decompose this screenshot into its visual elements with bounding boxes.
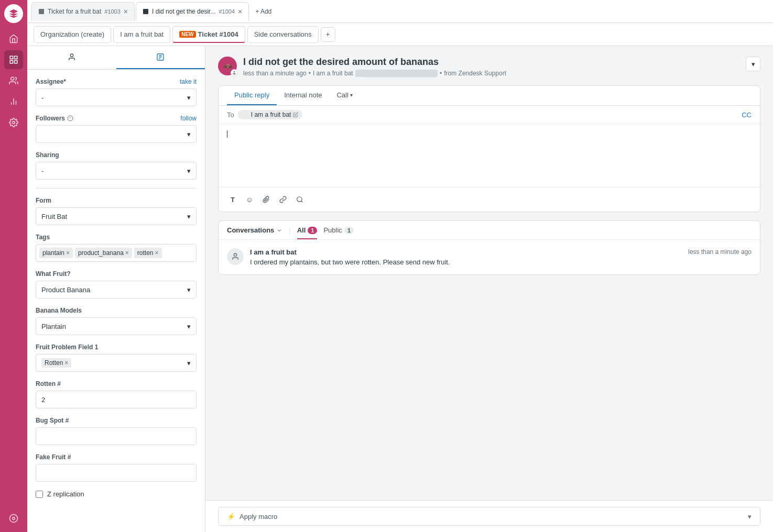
sub-tab-ticket-label: Ticket #1004 (198, 30, 238, 38)
ticket-expand-button[interactable]: ▾ (746, 57, 760, 71)
to-label: To (227, 111, 234, 119)
ticket-meta: less than a minute ago • I am a fruit ba… (243, 70, 739, 77)
tab-1003-title: Ticket for a fruit bat (48, 8, 101, 15)
sidebar: Assignee* take it - ▾ Followers (27, 46, 205, 532)
tab-internal-note[interactable]: Internal note (277, 86, 329, 105)
left-navigation (0, 0, 27, 532)
conv-tab-all[interactable]: All 1 (297, 226, 318, 239)
svg-line-23 (301, 201, 303, 203)
tab-1003[interactable]: Ticket for a fruit bat #1003 × (31, 2, 135, 21)
banana-models-label: Banana Models (36, 307, 197, 314)
search-icon (296, 196, 303, 203)
tab-1004[interactable]: I did not get the desir... #1004 × (136, 2, 249, 21)
conv-tab-public[interactable]: Public 1 (323, 226, 354, 234)
fruit-problem-select[interactable]: Rotten × ▾ (36, 354, 197, 372)
sub-tab-fruit-bat[interactable]: I am a fruit bat (113, 26, 170, 43)
tags-container[interactable]: plantain × product_banana × rotten × (36, 244, 197, 262)
banana-models-select[interactable]: Plantain ▾ (36, 317, 197, 335)
fruit-problem-tag-remove[interactable]: × (64, 359, 68, 367)
ticket-header: 🦇 I did not get the desired amount of ba… (218, 57, 760, 77)
fruit-problem-chevron: ▾ (187, 359, 191, 367)
fruit-problem-field: Fruit Problem Field 1 Rotten × ▾ (36, 343, 197, 372)
conv-avatar (227, 248, 244, 265)
apply-macro-button[interactable]: ⚡ Apply macro ▾ (218, 507, 760, 526)
fake-fruit-input[interactable] (36, 464, 197, 482)
follow-link[interactable]: follow (180, 115, 197, 122)
format-button[interactable]: T (225, 192, 241, 207)
reply-body[interactable] (219, 124, 760, 187)
bug-spot-field: Bug Spot # (36, 417, 197, 445)
search-button[interactable] (292, 192, 308, 207)
tags-label: Tags (36, 234, 197, 241)
conv-sender: I am a fruit bat (250, 248, 297, 256)
svg-point-4 (11, 77, 14, 80)
new-badge: NEW (179, 31, 195, 38)
tab-call[interactable]: Call ▾ (329, 86, 360, 105)
what-fruit-select[interactable]: Product Banana ▾ (36, 281, 197, 298)
link-button[interactable] (275, 192, 291, 207)
bug-spot-input[interactable] (36, 427, 197, 445)
assignee-field: Assignee* take it - ▾ (36, 78, 197, 106)
svg-rect-2 (10, 61, 13, 63)
fruit-problem-tag: Rotten × (41, 358, 71, 368)
tab-public-reply[interactable]: Public reply (227, 86, 277, 105)
views-icon[interactable] (4, 50, 23, 69)
sub-tab-org[interactable]: Organization (create) (34, 26, 111, 43)
tag-rotten: rotten × (134, 248, 162, 258)
sidebar-user-tab[interactable] (27, 46, 116, 69)
ticket-time: less than a minute ago (243, 70, 307, 77)
conv-public-badge: 1 (344, 227, 354, 234)
take-it-link[interactable]: take it (180, 78, 197, 85)
ticket-email: ba████████████████ (355, 70, 438, 77)
recipient-badge: I am a fruit bat (237, 110, 303, 119)
followers-select[interactable]: ▾ (36, 125, 197, 143)
tab-add[interactable]: + Add (250, 2, 277, 21)
tag-product-banana: product_banana × (75, 248, 132, 258)
reply-card: Public reply Internal note Call ▾ To (218, 85, 760, 212)
reporting-icon[interactable] (4, 92, 23, 111)
sub-tab-ticket-1004[interactable]: NEW Ticket #1004 (172, 26, 245, 43)
svg-rect-1 (15, 56, 17, 59)
conversations-dropdown[interactable]: Conversations (227, 226, 282, 234)
tab-1004-close[interactable]: × (238, 8, 242, 15)
rotten-hash-input[interactable] (36, 391, 197, 408)
recipient-name: I am a fruit bat (251, 111, 291, 118)
sharing-field: Sharing - ▾ (36, 151, 197, 180)
sub-tab-side-conversations[interactable]: Side conversations (247, 26, 319, 43)
z-replication-checkbox[interactable] (36, 491, 43, 498)
form-label: Form (36, 197, 197, 204)
ticket-via: I am a fruit bat (313, 70, 353, 77)
tab-1003-close[interactable]: × (124, 8, 128, 15)
sharing-select[interactable]: - ▾ (36, 162, 197, 180)
conversation-message: I am a fruit bat less than a minute ago … (219, 240, 760, 274)
conversations-chevron (276, 227, 282, 234)
sub-tab-bar: Organization (create) I am a fruit bat N… (27, 23, 773, 46)
attach-button[interactable] (258, 192, 274, 207)
edit-recipient-icon[interactable] (293, 112, 298, 117)
attach-icon (263, 196, 270, 203)
conv-all-label: All (297, 226, 306, 234)
settings-icon[interactable] (4, 113, 23, 132)
form-select[interactable]: Fruit Bat ▾ (36, 207, 197, 225)
reply-toolbar: T ☺ (219, 187, 760, 212)
sidebar-info-tab[interactable] (116, 46, 205, 69)
tag-rotten-remove[interactable]: × (155, 249, 159, 257)
macro-chevron: ▾ (748, 513, 752, 520)
rotten-hash-field: Rotten # (36, 380, 197, 408)
banana-models-chevron: ▾ (187, 323, 191, 330)
tag-product-banana-remove[interactable]: × (125, 249, 129, 257)
apps-icon[interactable] (4, 509, 23, 528)
form-chevron: ▾ (187, 213, 191, 220)
reply-to-row: To I am a fruit bat CC (219, 106, 760, 124)
app-logo[interactable] (4, 4, 23, 23)
assignee-select[interactable]: - ▾ (36, 88, 197, 106)
reply-cursor (227, 130, 227, 138)
customers-icon[interactable] (4, 71, 23, 90)
conv-time: less than a minute ago (688, 248, 752, 256)
home-icon[interactable] (4, 29, 23, 48)
cc-link[interactable]: CC (742, 111, 752, 119)
ticket-avatar: 🦇 (218, 57, 237, 75)
sub-tab-add[interactable]: + (321, 27, 335, 42)
tag-plantain-remove[interactable]: × (66, 249, 70, 257)
emoji-button[interactable]: ☺ (242, 192, 257, 207)
